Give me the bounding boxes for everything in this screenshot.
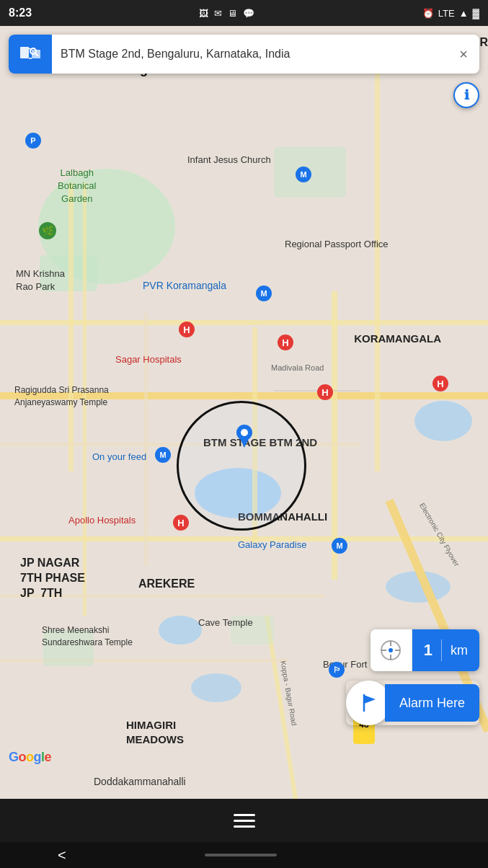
alarm-label-text: Alarm Here xyxy=(399,696,465,711)
map-icon xyxy=(19,43,42,66)
svg-rect-30 xyxy=(20,47,29,58)
email-icon: ✉ xyxy=(214,8,222,19)
menu-line-1 xyxy=(234,814,255,816)
svg-rect-10 xyxy=(0,536,488,541)
lte-label: LTE xyxy=(438,8,455,19)
location-pin xyxy=(236,425,252,445)
poi-marker-3: M xyxy=(256,285,272,301)
search-input-value[interactable]: BTM Stage 2nd, Bengaluru, Karnataka, Ind… xyxy=(52,48,448,61)
poi-marker-2: M xyxy=(296,167,311,182)
hospital-marker-4: H xyxy=(432,376,448,391)
distance-divider xyxy=(441,639,442,661)
svg-point-5 xyxy=(414,401,472,441)
wechat-icon: 💬 xyxy=(243,8,254,19)
nav-bar: < xyxy=(0,842,488,868)
alarm-label-box[interactable]: Alarm Here xyxy=(385,684,479,722)
svg-rect-12 xyxy=(68,183,74,471)
svg-marker-43 xyxy=(364,695,376,704)
signal-icon: ▲ xyxy=(459,8,469,19)
hospital-marker-1: H xyxy=(179,322,195,337)
distance-value-box: 1 km xyxy=(412,629,479,671)
alarm-icon-circle[interactable] xyxy=(346,681,391,725)
hospital-marker-5: H xyxy=(173,515,189,531)
o2-letter: o xyxy=(26,750,34,764)
svg-rect-15 xyxy=(332,291,337,580)
google-logo: Google xyxy=(9,750,51,765)
poi-marker-5: M xyxy=(332,538,347,554)
poi-marker-4: M xyxy=(155,447,171,463)
back-button[interactable]: < xyxy=(58,847,66,864)
gallery-icon: 🖼 xyxy=(199,8,208,19)
status-bar: 8:23 🖼 ✉ 🖥 💬 ⏰ LTE ▲ ▓ xyxy=(0,0,488,26)
distance-compass-icon xyxy=(379,639,402,662)
battery-icon: ▓ xyxy=(473,8,479,19)
svg-point-4 xyxy=(159,616,202,645)
hamburger-menu-icon[interactable] xyxy=(234,814,255,828)
tree-marker: 🌿 xyxy=(39,222,56,239)
alarm-flag-icon xyxy=(355,690,381,716)
hospital-marker-3: H xyxy=(317,384,333,400)
e-letter: e xyxy=(45,750,52,764)
svg-rect-25 xyxy=(43,630,94,666)
poi-marker-1: P xyxy=(25,133,41,149)
time-display: 8:23 xyxy=(9,6,32,19)
search-bar[interactable]: BTM Stage 2nd, Bengaluru, Karnataka, Ind… xyxy=(9,35,479,74)
svg-point-37 xyxy=(389,648,393,652)
svg-rect-21 xyxy=(144,313,148,565)
distance-icon-button[interactable] xyxy=(371,629,412,671)
g-letter: G xyxy=(9,750,19,764)
poi-marker-6: 🏳 xyxy=(329,662,345,678)
map-icon-button[interactable] xyxy=(9,35,52,74)
svg-rect-26 xyxy=(231,616,274,645)
bottom-menu-bar[interactable] xyxy=(0,799,488,842)
distance-control[interactable]: 1 km xyxy=(371,629,479,671)
svg-rect-19 xyxy=(0,594,324,598)
info-button[interactable]: ℹ xyxy=(453,82,479,108)
g2-letter: g xyxy=(34,750,42,764)
target-radius-circle xyxy=(177,401,306,531)
distance-number: 1 xyxy=(424,641,432,660)
screen-icon: 🖥 xyxy=(228,8,237,19)
distance-unit: km xyxy=(451,643,468,658)
svg-point-29 xyxy=(241,429,248,436)
svg-point-7 xyxy=(191,673,241,702)
system-status-icons: ⏰ LTE ▲ ▓ xyxy=(422,8,479,19)
alarm-here-button[interactable]: Alarm Here xyxy=(346,681,479,725)
svg-rect-16 xyxy=(375,39,380,471)
alarm-icon: ⏰ xyxy=(422,8,434,19)
clear-search-button[interactable]: × xyxy=(448,35,479,74)
svg-marker-28 xyxy=(239,437,249,448)
menu-line-3 xyxy=(234,825,255,828)
hospital-marker-2: H xyxy=(278,335,293,350)
o1-letter: o xyxy=(19,750,27,764)
map-view[interactable]: Bengaluru INDIRANAGAR LalbaghBotanicalGa… xyxy=(0,26,488,812)
home-pill[interactable] xyxy=(205,854,277,856)
svg-rect-13 xyxy=(83,183,86,616)
menu-line-2 xyxy=(234,820,255,822)
